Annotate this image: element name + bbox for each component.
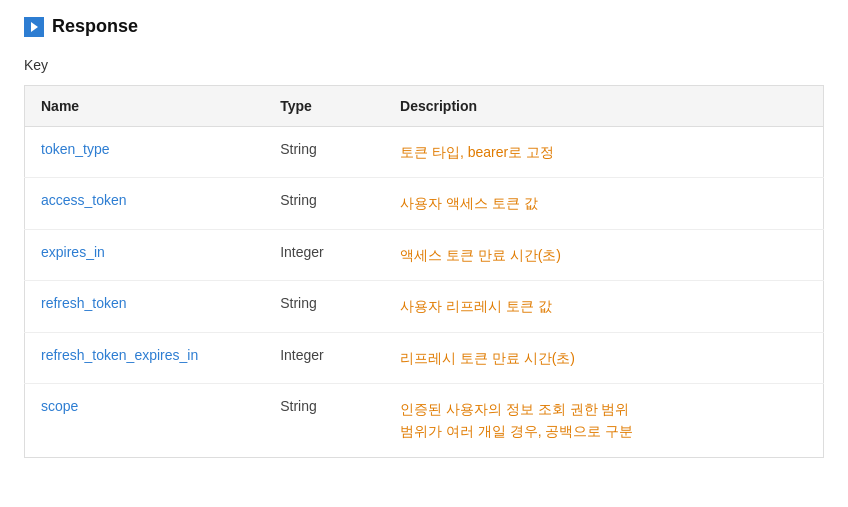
svg-marker-0 <box>31 22 38 32</box>
field-type-cell: String <box>264 127 384 178</box>
field-name-cell: token_type <box>25 127 265 178</box>
field-description-cell: 액세스 토큰 만료 시간(초) <box>384 229 823 280</box>
response-header: Response <box>24 16 824 37</box>
table-row: expires_inInteger액세스 토큰 만료 시간(초) <box>25 229 824 280</box>
table-row: access_tokenString사용자 액세스 토큰 값 <box>25 178 824 229</box>
field-name: token_type <box>41 141 110 157</box>
field-type: String <box>280 295 317 311</box>
column-header-description: Description <box>384 86 823 127</box>
field-name-cell: expires_in <box>25 229 265 280</box>
field-type: String <box>280 141 317 157</box>
table-row: refresh_tokenString사용자 리프레시 토큰 값 <box>25 281 824 332</box>
field-name-cell: refresh_token <box>25 281 265 332</box>
field-description-cell: 인증된 사용자의 정보 조회 권한 범위범위가 여러 개일 경우, 공백으로 구… <box>384 383 823 457</box>
column-header-type: Type <box>264 86 384 127</box>
field-type-cell: String <box>264 281 384 332</box>
field-description-cell: 토큰 타입, bearer로 고정 <box>384 127 823 178</box>
field-name: access_token <box>41 192 127 208</box>
section-key-label: Key <box>24 57 824 73</box>
field-type: Integer <box>280 347 324 363</box>
field-type-cell: Integer <box>264 229 384 280</box>
field-description: 사용자 리프레시 토큰 값 <box>400 295 807 317</box>
field-type-cell: String <box>264 178 384 229</box>
field-type-cell: String <box>264 383 384 457</box>
field-name-cell: scope <box>25 383 265 457</box>
response-table: Name Type Description token_typeString토큰… <box>24 85 824 458</box>
field-type-cell: Integer <box>264 332 384 383</box>
field-name-cell: access_token <box>25 178 265 229</box>
field-description-cell: 리프레시 토큰 만료 시간(초) <box>384 332 823 383</box>
toggle-icon[interactable] <box>24 17 44 37</box>
table-header-row: Name Type Description <box>25 86 824 127</box>
field-description-cell: 사용자 액세스 토큰 값 <box>384 178 823 229</box>
table-row: refresh_token_expires_inInteger리프레시 토큰 만… <box>25 332 824 383</box>
field-type: Integer <box>280 244 324 260</box>
field-name: refresh_token_expires_in <box>41 347 198 363</box>
field-description: 토큰 타입, bearer로 고정 <box>400 141 807 163</box>
column-header-name: Name <box>25 86 265 127</box>
field-type: String <box>280 192 317 208</box>
field-name: scope <box>41 398 78 414</box>
field-description: 범위가 여러 개일 경우, 공백으로 구분 <box>400 420 807 442</box>
field-description-cell: 사용자 리프레시 토큰 값 <box>384 281 823 332</box>
field-type: String <box>280 398 317 414</box>
table-row: scopeString인증된 사용자의 정보 조회 권한 범위범위가 여러 개일… <box>25 383 824 457</box>
field-name: expires_in <box>41 244 105 260</box>
field-description: 인증된 사용자의 정보 조회 권한 범위 <box>400 398 807 420</box>
field-name: refresh_token <box>41 295 127 311</box>
field-description: 액세스 토큰 만료 시간(초) <box>400 244 807 266</box>
field-description: 리프레시 토큰 만료 시간(초) <box>400 347 807 369</box>
table-row: token_typeString토큰 타입, bearer로 고정 <box>25 127 824 178</box>
field-description: 사용자 액세스 토큰 값 <box>400 192 807 214</box>
response-title: Response <box>52 16 138 37</box>
field-name-cell: refresh_token_expires_in <box>25 332 265 383</box>
